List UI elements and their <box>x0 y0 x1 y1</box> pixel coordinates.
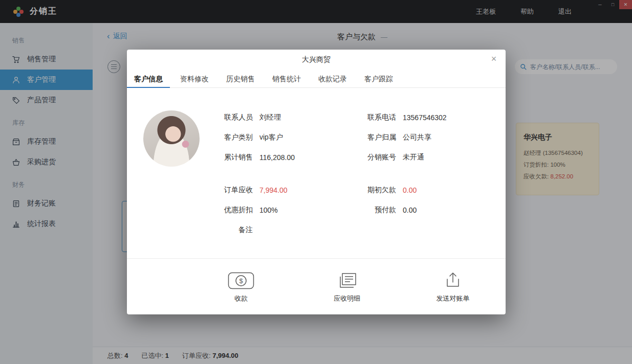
app-window: 分销王 王老板 帮助 退出 ─ □ ✕ 销售 销售管理 客户管理 产品管理 库存… <box>0 0 632 364</box>
field-order-receivable: 订单应收7,994.00 <box>214 180 357 200</box>
modal-body: 联系人员刘经理 客户类别vip客户 累计销售116,208.00 订单应收7,9… <box>127 88 506 258</box>
customer-detail-modal: 大兴商贸 × 客户信息 资料修改 历史销售 销售统计 收款记录 客户跟踪 联系人… <box>127 50 506 314</box>
modal-title: 大兴商贸 <box>302 55 331 64</box>
modal-header: 大兴商贸 × <box>127 50 506 70</box>
dollar-badge-icon: $ <box>205 270 277 289</box>
receivable-detail-button[interactable]: 应收明细 <box>311 270 383 303</box>
tab-sales-stats[interactable]: 销售统计 <box>265 70 308 88</box>
field-phone: 联系电话13567546302 <box>357 107 500 127</box>
customer-avatar <box>143 110 200 167</box>
send-statement-icon <box>417 270 489 289</box>
send-statement-button[interactable]: 发送对账单 <box>417 270 489 303</box>
info-column-right: 联系电话13567546302 客户归属公司共享 分销账号未开通 期初欠款0.0… <box>357 107 500 220</box>
close-icon[interactable]: × <box>488 53 499 64</box>
tab-edit-profile[interactable]: 资料修改 <box>173 70 216 88</box>
modal-footer: $ 收款 应收明细 发送对账单 <box>127 258 506 314</box>
field-discount: 优惠折扣100% <box>214 200 357 220</box>
field-remark: 备注 <box>214 220 357 240</box>
field-prepayment: 预付款0.00 <box>357 200 500 220</box>
tab-payment-records[interactable]: 收款记录 <box>311 70 354 88</box>
field-total-sales: 累计销售116,208.00 <box>214 147 357 167</box>
tab-customer-follow[interactable]: 客户跟踪 <box>357 70 400 88</box>
field-owner: 客户归属公司共享 <box>357 127 500 147</box>
tab-sales-history[interactable]: 历史销售 <box>219 70 262 88</box>
info-column-left: 联系人员刘经理 客户类别vip客户 累计销售116,208.00 订单应收7,9… <box>214 107 357 240</box>
receive-payment-button[interactable]: $ 收款 <box>205 270 277 303</box>
svg-text:$: $ <box>239 277 243 285</box>
receivable-detail-icon <box>311 270 383 289</box>
field-contact-person: 联系人员刘经理 <box>214 107 357 127</box>
field-initial-debt: 期初欠款0.00 <box>357 180 500 200</box>
tab-customer-info[interactable]: 客户信息 <box>127 70 170 88</box>
field-customer-type: 客户类别vip客户 <box>214 127 357 147</box>
field-distribution-account: 分销账号未开通 <box>357 147 500 167</box>
modal-tabs: 客户信息 资料修改 历史销售 销售统计 收款记录 客户跟踪 <box>127 70 506 88</box>
